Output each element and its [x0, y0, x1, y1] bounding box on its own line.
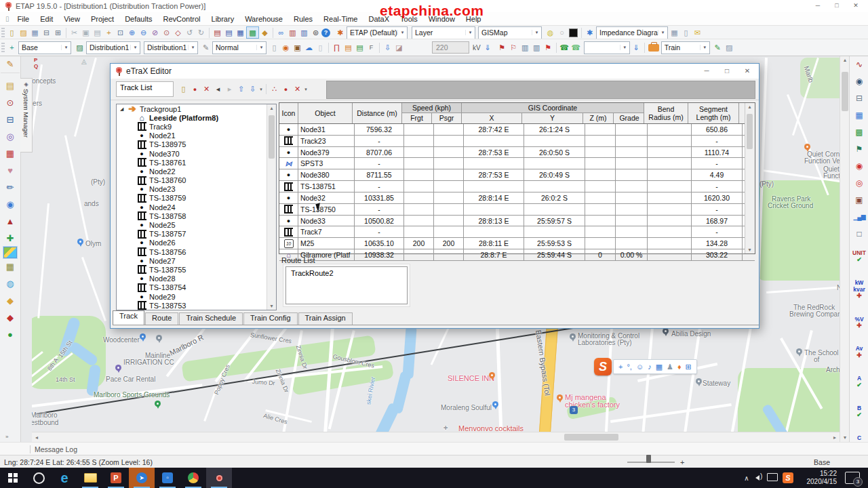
cell-x[interactable] — [464, 204, 524, 215]
diamond-net-icon[interactable]: ◆ — [2, 309, 18, 326]
overflow-icon[interactable]: ▾ — [258, 84, 264, 95]
ghost-page-icon[interactable]: ▯ — [315, 42, 326, 53]
route-pins-icon[interactable]: ⚑ — [851, 140, 867, 157]
signal-b-icon[interactable]: ⚐ — [508, 42, 519, 53]
circuit-a-icon[interactable]: ▲ — [2, 213, 18, 230]
cell-frgt[interactable] — [404, 169, 434, 180]
apply-icon[interactable]: ⇓ — [631, 42, 642, 53]
calc-icon[interactable]: ▦ — [2, 258, 18, 275]
gis-map-icon[interactable] — [3, 247, 17, 258]
cell-y[interactable]: 26:1:24 S — [524, 124, 585, 135]
sogou-tray-icon[interactable]: S — [783, 472, 793, 483]
cell-bend[interactable] — [648, 249, 692, 260]
paste-icon[interactable]: ▤ — [92, 27, 103, 38]
cell-frgt[interactable] — [404, 124, 434, 135]
cell-y[interactable] — [524, 226, 585, 237]
cortana-button[interactable] — [26, 468, 52, 488]
cell-frgt[interactable] — [404, 147, 434, 158]
tree-item[interactable]: Leeside (Platform8) — [117, 113, 276, 122]
col-psgr[interactable]: Psgr — [432, 113, 461, 123]
cell-z[interactable] — [585, 136, 616, 146]
col-distance[interactable]: Distance (m) — [353, 103, 402, 123]
cell-object[interactable]: Track7 — [298, 226, 355, 237]
cell-distance[interactable]: - — [355, 136, 404, 146]
cell-bend[interactable] — [648, 181, 692, 192]
globe-icon[interactable]: ◉ — [2, 196, 18, 213]
track-pair2-icon[interactable]: ▥ — [531, 42, 542, 53]
toolbar-overflow-icon[interactable]: » — [5, 434, 8, 441]
palette-icon[interactable]: ◉ — [280, 42, 292, 53]
cell-object[interactable]: SPST3 — [298, 158, 355, 169]
cell-y[interactable]: 25:59:57 S — [524, 216, 585, 226]
forward-icon[interactable]: ▸ — [224, 84, 235, 95]
cell-frgt[interactable] — [404, 158, 434, 169]
enable-dot-icon[interactable]: ● — [189, 84, 201, 95]
zoom-slider[interactable]: + — [627, 458, 684, 466]
cell-segment[interactable]: 1620.30 — [692, 192, 743, 203]
cell-grade[interactable] — [616, 181, 648, 192]
etap-default-combo[interactable]: ETAP (Default)▾ — [347, 26, 408, 39]
zoom-out-icon[interactable]: ⊖ — [138, 27, 149, 38]
tree-item[interactable]: TS-138755 — [117, 265, 276, 274]
menu-item[interactable]: RevControl — [157, 15, 205, 23]
cell-z[interactable] — [585, 124, 616, 135]
menu-item[interactable]: Library — [206, 15, 240, 23]
cell-frgt[interactable] — [404, 226, 434, 237]
cell-frgt[interactable] — [404, 216, 434, 226]
dialog-tab[interactable]: Train Schedule — [179, 312, 243, 325]
cell-x[interactable] — [464, 181, 524, 192]
sogou-person-icon[interactable]: ♟ — [667, 363, 673, 371]
close-button[interactable]: ✕ — [846, 1, 865, 11]
file-explorer-icon[interactable] — [77, 468, 103, 488]
cell-grade[interactable] — [616, 192, 648, 203]
track-list-selector[interactable]: Track List — [116, 81, 174, 97]
cell-frgt[interactable] — [404, 249, 434, 260]
expander-icon[interactable] — [120, 106, 127, 112]
col-x[interactable]: X — [462, 113, 522, 123]
move-down-icon[interactable]: ⇩ — [247, 84, 258, 95]
track-pair-icon[interactable]: ▥ — [519, 42, 531, 53]
zoom-window-icon[interactable]: ⊡ — [115, 27, 126, 38]
control-panel-icon[interactable]: ▦ — [2, 145, 18, 162]
menu-item[interactable]: Warehouse — [239, 15, 288, 23]
edit-pencil-icon[interactable]: ✎ — [1, 56, 20, 73]
unit-toggle[interactable]: UNIT ✔ — [852, 244, 866, 270]
table-row[interactable]: Gilramore (Platf 10938.32 28:8:7 E 25:59… — [279, 249, 755, 261]
sogou-logo[interactable]: S — [594, 358, 612, 375]
page-icon[interactable]: ▯ — [269, 42, 280, 53]
back-icon[interactable]: ◂ — [212, 84, 224, 95]
move-icon[interactable]: + — [6, 42, 18, 53]
table-row[interactable]: Track23 - - — [279, 136, 755, 147]
tree-item[interactable]: TS-138758 — [117, 211, 276, 220]
tree-item[interactable]: Trackgroup1 — [117, 104, 276, 113]
tree-item[interactable]: Node22 — [117, 167, 276, 176]
add-item-icon[interactable]: ▯ — [178, 84, 189, 95]
train-edit-icon[interactable]: ✎ — [712, 42, 724, 53]
rail-f-icon[interactable]: F — [366, 42, 377, 53]
etap-app-icon[interactable] — [206, 468, 232, 488]
study-icon[interactable]: ▥ — [298, 27, 310, 38]
cell-y[interactable]: 25:59:44 S — [524, 249, 585, 260]
map-vertical-scrollbar[interactable]: ▴ ▾ — [840, 56, 850, 442]
tree-item[interactable]: Node21 — [117, 131, 276, 140]
zoom-previous-icon[interactable]: ⊘ — [149, 27, 161, 38]
chevron-down-icon[interactable]: ▾ — [620, 45, 629, 50]
cell-y[interactable] — [524, 181, 585, 192]
viewer-app-icon[interactable] — [155, 468, 180, 488]
redo-icon[interactable]: ↻ — [195, 27, 207, 38]
waveform-icon[interactable]: ∿ — [851, 56, 867, 73]
cell-bend[interactable] — [648, 226, 692, 237]
oneline2-combo[interactable]: Distribution1▾ — [144, 41, 198, 54]
cell-psgr[interactable] — [434, 169, 464, 180]
system-view-icon[interactable]: ✱ — [584, 27, 595, 38]
empty-combo[interactable]: ▾ — [584, 41, 630, 54]
handset-a-icon[interactable]: ☎ — [559, 42, 570, 53]
cell-grade[interactable] — [616, 158, 648, 169]
recycle-bin-icon[interactable]: ◍ — [2, 275, 18, 292]
fit-page-icon[interactable]: ◇ — [172, 27, 184, 38]
cell-psgr[interactable]: 200 — [434, 238, 464, 249]
cell-y[interactable] — [524, 158, 585, 169]
cell-x[interactable]: 28:8:13 E — [464, 216, 524, 226]
edge-icon[interactable] — [52, 468, 77, 488]
cell-z[interactable] — [585, 181, 616, 192]
